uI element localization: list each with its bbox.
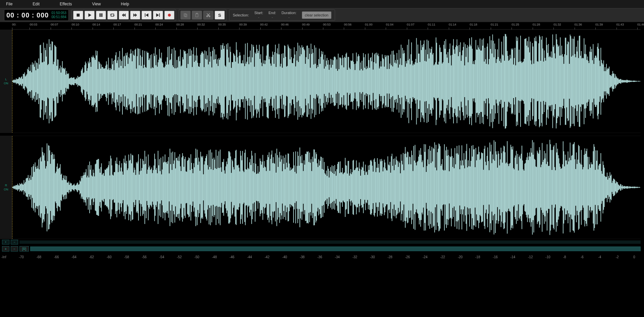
fast-forward-button[interactable] <box>130 11 140 19</box>
selection-start-value: - <box>258 15 260 19</box>
db-tick: -18 <box>475 255 480 259</box>
stop-button[interactable] <box>73 11 83 19</box>
db-tick: -70 <box>19 255 23 259</box>
hzoom-in-button[interactable]: + <box>2 246 9 252</box>
menu-bar: File Edit Effects View Help <box>0 0 644 8</box>
ruler-tick: 00:24 <box>155 23 163 26</box>
pause-button[interactable] <box>96 11 106 19</box>
ruler-tick: 01:39 <box>595 23 603 26</box>
time-panel: 00 : 00 : 000 01:50:053 00:51:884 <box>4 9 69 21</box>
svg-rect-15 <box>196 14 198 17</box>
horizontal-scroll-row: + − [R] <box>0 245 644 253</box>
track-right-label[interactable]: R ON <box>0 136 12 239</box>
clear-selection-button[interactable]: clear selection <box>302 11 331 19</box>
record-button[interactable] <box>164 11 174 19</box>
db-scale: -Inf-70-68-66-64-62-60-58-56-54-52-50-48… <box>0 253 644 261</box>
track-right: R ON <box>0 136 644 239</box>
ruler-tick: 01:18 <box>470 23 477 26</box>
ruler-tick: 00:17 <box>113 23 121 26</box>
snap-button[interactable]: S <box>215 11 225 19</box>
selection-duration-value: - <box>288 15 290 19</box>
waveform-left[interactable] <box>12 30 641 133</box>
ruler-tick: 00:07 <box>51 23 58 26</box>
playhead-line <box>12 136 12 239</box>
menu-effects[interactable]: Effects <box>60 2 72 6</box>
ruler-tick: 01:04 <box>386 23 393 26</box>
db-tick: -50 <box>195 255 199 259</box>
ruler-tick: 01:25 <box>512 23 519 26</box>
ruler-tick: 00:39 <box>239 23 247 26</box>
ruler-tick: 00:46 <box>281 23 289 26</box>
time-total: 01:50:053 <box>51 11 66 15</box>
db-tick: -42 <box>265 255 269 259</box>
db-tick: -46 <box>229 255 234 259</box>
ruler-tick: 00:32 <box>197 23 205 26</box>
db-tick: -Inf <box>1 255 6 259</box>
svg-rect-11 <box>159 13 160 17</box>
channel-letter: R <box>5 184 7 187</box>
transport-group <box>71 9 176 21</box>
track-spacer <box>19 240 641 244</box>
time-position: 00 : 00 : 000 <box>6 11 49 19</box>
db-tick: -12 <box>528 255 533 259</box>
db-tick: -68 <box>37 255 41 259</box>
edit-group: S <box>179 9 226 21</box>
ruler-tick: 01:28 <box>533 23 540 26</box>
db-tick: -32 <box>353 255 357 259</box>
selection-duration-label: Duration: <box>281 11 297 15</box>
skip-end-button[interactable] <box>153 11 163 19</box>
svg-point-12 <box>168 14 171 17</box>
db-tick: -56 <box>142 255 147 259</box>
ruler-tick: 01:07 <box>407 23 415 26</box>
selection-start-label: Start: <box>254 11 263 15</box>
track-left: L ON <box>0 30 644 133</box>
ruler-tick: 00:21 <box>135 23 142 26</box>
vzoom-in-button[interactable]: + <box>2 240 9 244</box>
cut-button[interactable] <box>203 11 213 19</box>
playhead-line <box>12 30 12 133</box>
zoom-reset-button[interactable]: [R] <box>19 246 29 252</box>
svg-rect-2 <box>100 13 101 17</box>
db-tick: -20 <box>458 255 463 259</box>
copy-button[interactable] <box>180 11 191 19</box>
rewind-button[interactable] <box>119 11 129 19</box>
menu-help[interactable]: Help <box>121 2 129 6</box>
scrollbar-thumb[interactable] <box>31 247 640 251</box>
vertical-zoom-row: + − <box>0 239 644 245</box>
db-tick: -54 <box>159 255 164 259</box>
menu-edit[interactable]: Edit <box>33 2 40 6</box>
skip-start-button[interactable] <box>142 11 152 19</box>
ruler-tick: 01:46 <box>637 23 644 26</box>
db-tick: -6 <box>581 255 584 259</box>
hzoom-out-button[interactable]: − <box>11 246 18 252</box>
menu-file[interactable]: File <box>6 2 12 6</box>
db-tick: -64 <box>71 255 76 259</box>
db-tick: -34 <box>335 255 339 259</box>
ruler-tick: 00: <box>12 23 16 26</box>
channel-state: ON <box>4 82 8 85</box>
db-tick: -8 <box>563 255 566 259</box>
svg-marker-5 <box>124 13 125 17</box>
loop-button[interactable] <box>107 11 117 19</box>
ruler-tick: 01:14 <box>449 23 457 26</box>
vzoom-out-button[interactable]: − <box>11 240 18 244</box>
svg-marker-1 <box>88 13 91 17</box>
ruler-tick: 00:49 <box>302 23 310 26</box>
db-tick: -48 <box>212 255 217 259</box>
track-left-label[interactable]: L ON <box>0 30 12 133</box>
ruler-tick: 00:14 <box>93 23 100 26</box>
paste-button[interactable] <box>192 11 202 19</box>
tracks-area: L ON R ON <box>0 30 644 239</box>
play-button[interactable] <box>85 11 95 19</box>
waveform-right[interactable] <box>12 136 641 239</box>
db-tick: -24 <box>423 255 427 259</box>
horizontal-scrollbar[interactable] <box>30 246 641 251</box>
menu-view[interactable]: View <box>92 2 101 6</box>
db-tick: -52 <box>177 255 181 259</box>
ruler-tick: 01:00 <box>365 23 373 26</box>
timeline-ruler[interactable]: 00:00:0300:0700:1000:1400:1700:2100:2400… <box>12 22 641 30</box>
ruler-tick: 00:28 <box>176 23 184 26</box>
db-tick: -14 <box>511 255 515 259</box>
selection-end-value: - <box>272 15 273 19</box>
ruler-tick: 01:32 <box>553 23 561 26</box>
